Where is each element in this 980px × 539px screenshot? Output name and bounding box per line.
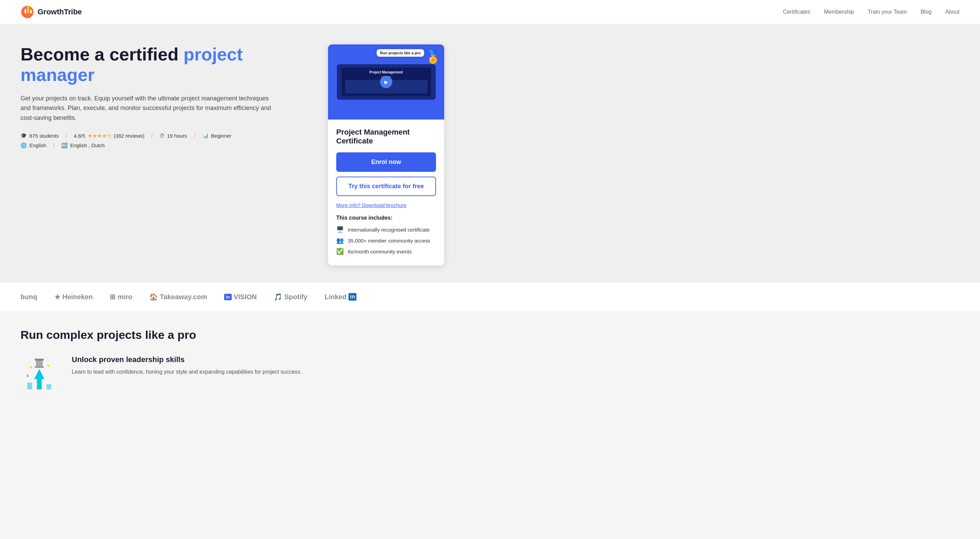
feature-text: Unlock proven leadership skills Learn to…	[72, 355, 302, 377]
brand-miro: ⊞ miro	[110, 293, 132, 301]
svg-rect-3	[30, 10, 32, 13]
svg-rect-8	[46, 384, 51, 390]
nav-item-train-team[interactable]: Train your Team	[867, 9, 907, 15]
include-label-1: 35.000+ member community access	[348, 238, 430, 243]
svg-rect-7	[27, 383, 32, 390]
brand-takeaway: 🏠 Takeaway.com	[150, 293, 207, 301]
brands-section: bunq ★ Heineken ⊞ miro 🏠 Takeaway.com in…	[0, 283, 980, 311]
community-icon: 👥	[336, 237, 344, 244]
meta-divider-2: /	[151, 133, 153, 139]
card-body: Project Management Certificate Enrol now…	[328, 119, 444, 266]
svg-rect-11	[35, 366, 44, 368]
include-label-0: Internationally recognised certificate	[348, 227, 430, 233]
svg-rect-10	[36, 361, 43, 366]
globe-icon: 🌐	[21, 142, 27, 149]
meta-language: 🌐 English	[21, 142, 46, 149]
cc-icon: 🔤	[61, 142, 68, 149]
hero-content: Become a certified project manager Get y…	[21, 45, 314, 149]
brand-spotify: 🎵 Spotify	[274, 293, 307, 301]
card-image-inner: Project Management John Doe ▶	[337, 64, 436, 100]
feature-icon	[21, 355, 62, 401]
play-button[interactable]: ▶	[380, 76, 392, 88]
meta-students: 🎓 875 students	[21, 132, 59, 139]
content-section: Run complex projects like a pro Unlock	[0, 311, 980, 418]
brand-linkedin: Linkedin	[325, 293, 357, 301]
hero-meta: 🎓 875 students / 4.8/5 ★★★★½ (382 review…	[21, 132, 314, 139]
feature-illustration	[21, 355, 58, 396]
feature-description: Learn to lead with confidence, honing yo…	[72, 367, 302, 377]
svg-point-5	[27, 6, 29, 8]
logo[interactable]: GrowthTribe	[21, 5, 82, 19]
svg-marker-12	[30, 366, 32, 368]
graduation-icon: 🎓	[21, 132, 27, 139]
sidebar-card: Run projects like a pro Project Manageme…	[328, 45, 444, 266]
svg-point-4	[24, 8, 26, 10]
events-icon: ✅	[336, 248, 344, 255]
clock-icon: ⏱	[159, 133, 165, 139]
laptop-screen: Project Management John Doe ▶	[342, 68, 431, 96]
hero-meta-lang: 🌐 English / 🔤 English , Dutch	[21, 142, 314, 149]
nav-item-certificates[interactable]: Certificates	[783, 9, 810, 15]
svg-marker-6	[34, 369, 45, 390]
meta-subtitles: 🔤 English , Dutch	[61, 142, 105, 149]
brand-invision: inVISION	[224, 293, 257, 301]
nav-links: Certificates Membership Train your Team …	[783, 9, 959, 15]
nav-item-about[interactable]: About	[945, 9, 959, 15]
hero-title: Become a certified project manager	[21, 45, 314, 85]
meta-divider-3: /	[194, 133, 195, 139]
include-item-1: 👥 35.000+ member community access	[336, 237, 436, 244]
nav-item-membership[interactable]: Membership	[824, 9, 854, 15]
medal-icon: 🏅	[425, 50, 441, 64]
include-item-2: ✅ 6x/month community events	[336, 248, 436, 255]
brand-heineken: ★ Heineken	[54, 293, 92, 301]
logo-icon	[21, 5, 34, 19]
logo-text: GrowthTribe	[38, 8, 82, 16]
svg-marker-14	[27, 374, 29, 377]
meta-divider-4: /	[53, 142, 54, 148]
tooltip-bubble: Run projects like a pro	[377, 49, 424, 57]
includes-title: This course includes:	[336, 215, 436, 221]
meta-hours: ⏱ 19 hours	[159, 133, 187, 139]
course-title: Project Management Certificate	[336, 128, 436, 146]
include-item-0: 🖥️ Internationally recognised certificat…	[336, 226, 436, 233]
svg-marker-13	[47, 364, 49, 367]
hero-section: Become a certified project manager Get y…	[0, 24, 980, 283]
enrol-button[interactable]: Enrol now	[336, 152, 436, 172]
laptop-title: Project Management	[345, 70, 428, 74]
level-icon: 📊	[202, 132, 209, 139]
section-title: Run complex projects like a pro	[21, 328, 959, 342]
card-image: Run projects like a pro Project Manageme…	[328, 45, 444, 119]
download-brochure-link[interactable]: More info? Download brochure	[336, 202, 436, 208]
meta-divider-1: /	[65, 133, 67, 139]
svg-rect-9	[35, 359, 44, 361]
hero-description: Get your projects on track. Equip yourse…	[21, 94, 280, 123]
feature-card: Unlock proven leadership skills Learn to…	[21, 355, 959, 401]
navbar: GrowthTribe Certificates Membership Trai…	[0, 0, 980, 24]
hero-title-part1: Become a certified	[21, 45, 183, 64]
nav-item-blog[interactable]: Blog	[921, 9, 931, 15]
include-label-2: 6x/month community events	[348, 249, 412, 254]
star-icons: ★★★★½	[88, 132, 111, 139]
meta-level: 📊 Beginner	[202, 132, 232, 139]
free-trial-button[interactable]: Try this certificate for free	[336, 176, 436, 196]
feature-title: Unlock proven leadership skills	[72, 355, 302, 364]
certificate-icon: 🖥️	[336, 226, 344, 233]
brand-bunq: bunq	[21, 293, 37, 301]
meta-rating: 4.8/5 ★★★★½ (382 reviews)	[74, 132, 145, 139]
